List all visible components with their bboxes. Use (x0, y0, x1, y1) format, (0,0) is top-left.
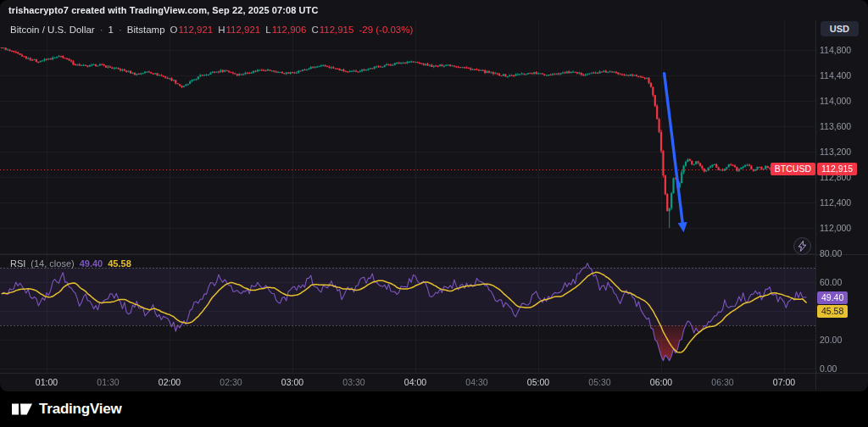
time-tick-label: 02:00 (159, 377, 181, 387)
time-tick-label: 05:30 (588, 377, 610, 387)
attribution-text: trishacrypto7 created with TradingView.c… (8, 5, 318, 15)
chart-card: trishacrypto7 created with TradingView.c… (0, 0, 868, 391)
price-tick-label: 114,400 (820, 70, 851, 80)
rsi-tick-label: 60.00 (820, 277, 842, 287)
symbol-legend: Bitcoin / U.S. Dollar · 1 · Bitstamp O11… (10, 25, 413, 35)
change-label: -29 (-0.03%) (359, 25, 413, 35)
rsi-params: (14, close) (31, 258, 74, 269)
rsi-ma-value-text: 45.58 (108, 258, 131, 269)
time-tick-label: 06:30 (711, 377, 733, 387)
time-tick-label: 07:00 (773, 377, 795, 387)
rsi-legend: RSI (14, close) 49.40 45.58 (10, 258, 131, 269)
quick-trade-button[interactable] (793, 237, 811, 255)
rsi-tick-label: 20.00 (820, 335, 842, 345)
time-tick-label: 01:30 (97, 377, 119, 387)
currency-toggle-button[interactable]: USD (821, 21, 859, 36)
price-tick-label: 114,000 (820, 96, 851, 106)
exchange-label[interactable]: Bitstamp (127, 25, 165, 35)
last-price-badge: 112,915 (817, 163, 857, 175)
time-tick-label: 03:30 (342, 377, 364, 387)
legend-separator: · (100, 25, 103, 35)
price-tick-label: 112,000 (820, 223, 851, 233)
time-tick-label: 01:00 (36, 377, 58, 387)
rsi-ma-value-badge: 45.58 (817, 305, 848, 318)
tradingview-logo-icon (11, 401, 33, 418)
time-tick-label: 04:30 (465, 377, 487, 387)
footer: TradingView (0, 391, 868, 427)
time-tick-label: 06:00 (650, 377, 672, 387)
price-tick-label: 113,200 (820, 147, 851, 157)
price-tick-label: 114,800 (820, 45, 851, 55)
rsi-title[interactable]: RSI (10, 258, 25, 269)
price-symbol-badge: BTCUSD (771, 163, 815, 175)
rsi-tick-label: 80.00 (820, 248, 842, 258)
interval-label[interactable]: 1 (108, 25, 114, 35)
ohlc-high: H112,921 (218, 25, 260, 35)
price-tick-label: 112,400 (820, 197, 851, 208)
rsi-tick-label: 0.00 (820, 363, 837, 374)
tradingview-logo-text: TradingView (39, 401, 122, 418)
time-tick-label: 03:00 (281, 377, 303, 387)
ohlc-open: O112,921 (170, 25, 214, 35)
ohlc-low: L112,906 (265, 25, 306, 35)
legend-separator: · (119, 25, 122, 35)
price-chart-canvas[interactable] (0, 20, 868, 390)
time-tick-label: 05:00 (527, 377, 549, 387)
time-tick-label: 02:30 (220, 377, 242, 387)
ohlc-close: C112,915 (311, 25, 353, 35)
rsi-value-text: 49.40 (80, 258, 103, 269)
time-tick-label: 04:00 (404, 377, 426, 387)
chart-area: Bitcoin / U.S. Dollar · 1 · Bitstamp O11… (0, 20, 868, 390)
price-tick-label: 113,600 (820, 121, 851, 131)
tradingview-logo[interactable]: TradingView (11, 401, 122, 418)
rsi-value-badge: 49.40 (817, 291, 848, 304)
symbol-title[interactable]: Bitcoin / U.S. Dollar (10, 25, 95, 35)
lightning-icon (798, 241, 807, 252)
